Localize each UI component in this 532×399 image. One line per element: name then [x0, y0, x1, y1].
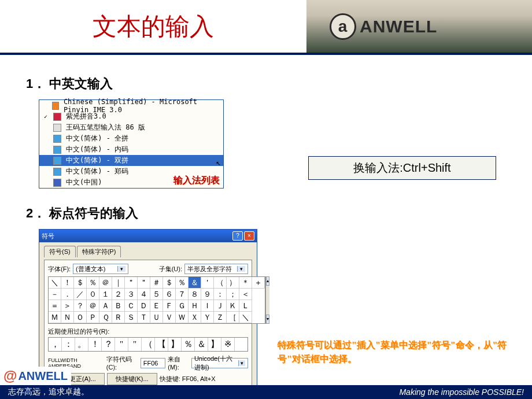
recent-cell[interactable]: "	[128, 338, 142, 351]
char-cell[interactable]: Ｊ	[214, 300, 227, 312]
char-cell[interactable]: ８	[189, 289, 201, 300]
char-cell[interactable]: Ｒ	[112, 312, 125, 323]
recent-cell[interactable]: ！	[88, 338, 102, 351]
char-cell[interactable]: ．	[61, 289, 74, 300]
recent-cell[interactable]: 。	[75, 338, 88, 351]
char-cell[interactable]: ＂	[138, 277, 150, 289]
char-cell[interactable]: －	[49, 289, 61, 300]
char-cell[interactable]: Ｋ	[227, 300, 239, 312]
char-cell[interactable]: ＆	[189, 277, 201, 289]
recent-cell[interactable]: ：	[62, 338, 75, 351]
char-cell[interactable]: ９	[201, 289, 214, 300]
char-cell[interactable]: ＠	[99, 277, 112, 289]
ime-item[interactable]: 中文(简体) - 双拼	[39, 155, 223, 166]
char-cell[interactable]: Ｙ	[201, 312, 214, 323]
char-cell[interactable]: ＞	[61, 300, 74, 312]
char-cell[interactable]: ＇	[201, 277, 214, 289]
tab-symbols[interactable]: 符号(S)	[44, 246, 76, 257]
char-cell[interactable]: Ｇ	[176, 300, 189, 312]
char-cell[interactable]: ：	[214, 289, 227, 300]
char-cell[interactable]: ＄	[74, 277, 87, 289]
char-cell[interactable]: Ｑ	[99, 312, 112, 323]
char-cell[interactable]: ２	[112, 289, 125, 300]
char-cell[interactable]: ）	[227, 277, 239, 289]
char-cell[interactable]: ［	[227, 312, 239, 323]
recent-grid[interactable]: ，：。！？""（【】％＆】※	[48, 337, 248, 352]
recent-cell[interactable]: （	[142, 338, 155, 351]
char-cell[interactable]: Ａ	[99, 300, 112, 312]
char-cell[interactable]: ＂	[125, 277, 138, 289]
char-cell[interactable]: １	[99, 289, 112, 300]
recent-cell[interactable]: ，	[49, 338, 62, 351]
content: 1．中英文输入 Chinese (Simplified) - Microsoft…	[0, 55, 532, 399]
ime-item[interactable]: 中文(简体) - 内码	[39, 144, 223, 155]
char-cell[interactable]: ＋	[252, 277, 265, 289]
char-cell[interactable]: ４	[138, 289, 150, 300]
char-cell[interactable]: Ｆ	[163, 300, 176, 312]
dialog-titlebar[interactable]: 符号 ? ×	[39, 230, 257, 242]
char-cell[interactable]: ＃	[150, 277, 163, 289]
char-cell[interactable]: ３	[125, 289, 138, 300]
char-cell[interactable]: ？	[74, 300, 87, 312]
char-cell[interactable]: Ｍ	[49, 312, 61, 323]
char-cell[interactable]: ；	[227, 289, 239, 300]
char-cell[interactable]: ＜	[239, 289, 252, 300]
char-cell[interactable]: Ｂ	[112, 300, 125, 312]
recent-cell[interactable]: 【	[155, 338, 168, 351]
ime-item[interactable]: Chinese (Simplified) - Microsoft Pinyin …	[39, 100, 223, 111]
char-cell[interactable]: Ｅ	[150, 300, 163, 312]
subset-combo[interactable]: 半形及全形字符▾	[184, 264, 248, 274]
char-cell[interactable]: Ｔ	[138, 312, 150, 323]
char-cell[interactable]: Ｕ	[150, 312, 163, 323]
char-grid[interactable]: ＼！＄％＠｜＂＂＃＄％＆＇（）＊＋－．／０１２３４５６７８９：；＜＝＞？＠ＡＢＣ…	[48, 276, 265, 324]
char-cell[interactable]: Ｌ	[239, 300, 252, 312]
recent-cell[interactable]: "	[115, 338, 128, 351]
char-cell[interactable]: Ｘ	[189, 312, 201, 323]
char-cell[interactable]: Ｄ	[138, 300, 150, 312]
char-cell[interactable]: Ｗ	[176, 312, 189, 323]
char-cell[interactable]: Ｓ	[125, 312, 138, 323]
char-cell[interactable]: ＠	[87, 300, 99, 312]
shortcut-button[interactable]: 快捷键(K)...	[107, 373, 157, 385]
char-cell[interactable]: ＄	[163, 277, 176, 289]
recent-cell[interactable]: ※	[221, 338, 235, 351]
recent-cell[interactable]: 】	[208, 338, 221, 351]
ime-item[interactable]: 王码五笔型输入法 86 版	[39, 122, 223, 133]
from-combo[interactable]: Unicode(十六进制)▾	[191, 358, 248, 368]
char-cell[interactable]: ＝	[49, 300, 61, 312]
char-cell[interactable]: ＼	[239, 312, 252, 323]
scrollbar[interactable]: ▴ ▾	[265, 276, 269, 324]
close-button[interactable]: ×	[244, 231, 254, 241]
char-cell[interactable]: Ｚ	[214, 312, 227, 323]
char-cell[interactable]: ／	[74, 289, 87, 300]
char-cell[interactable]: Ｃ	[125, 300, 138, 312]
scroll-down-icon[interactable]: ▾	[266, 315, 269, 324]
help-button[interactable]: ?	[232, 231, 243, 241]
char-cell[interactable]: Ｉ	[201, 300, 214, 312]
char-cell[interactable]: ５	[150, 289, 163, 300]
char-cell[interactable]: ＼	[49, 277, 61, 289]
char-cell[interactable]: ７	[176, 289, 189, 300]
ime-item[interactable]: 中文(简体) - 全拼	[39, 133, 223, 144]
char-cell[interactable]: Ｐ	[87, 312, 99, 323]
char-cell[interactable]: （	[214, 277, 227, 289]
char-cell[interactable]: ６	[163, 289, 176, 300]
recent-cell[interactable]: ？	[102, 338, 115, 351]
scroll-up-icon[interactable]: ▴	[266, 276, 269, 286]
char-cell[interactable]: ！	[61, 277, 74, 289]
char-cell[interactable]: Ｖ	[163, 312, 176, 323]
char-cell[interactable]: ％	[176, 277, 189, 289]
char-cell[interactable]: Ｏ	[74, 312, 87, 323]
char-cell[interactable]: ％	[87, 277, 99, 289]
recent-cell[interactable]: ％	[182, 338, 195, 351]
code-textbox[interactable]: FF06	[141, 358, 165, 368]
char-cell[interactable]: Ｈ	[189, 300, 201, 312]
char-cell[interactable]: ０	[87, 289, 99, 300]
char-cell[interactable]: ＊	[239, 277, 252, 289]
recent-cell[interactable]: 】	[168, 338, 182, 351]
font-combo[interactable]: (普通文本)▾	[73, 264, 128, 274]
char-cell[interactable]: Ｎ	[61, 312, 74, 323]
char-cell[interactable]: ｜	[112, 277, 125, 289]
recent-cell[interactable]: ＆	[195, 338, 208, 351]
tab-special[interactable]: 特殊字符(P)	[77, 246, 121, 257]
